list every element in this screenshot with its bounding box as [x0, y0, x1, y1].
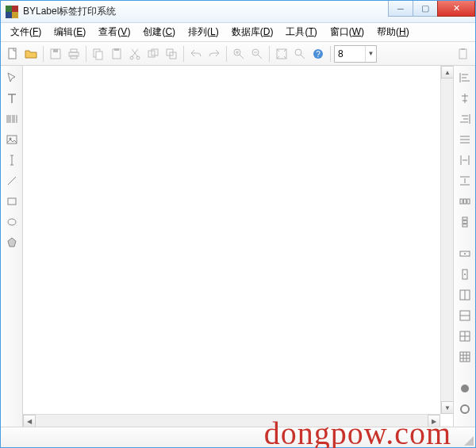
grid-3-button[interactable]	[456, 327, 474, 345]
print-button[interactable]	[65, 45, 83, 63]
dist-v-button[interactable]	[456, 172, 474, 190]
svg-rect-0	[9, 48, 16, 59]
barcode-tool[interactable]	[3, 110, 21, 128]
menubar: 文件(F) 编辑(E) 查看(V) 创建(C) 排列(L) 数据库(D) 工具(…	[1, 23, 475, 42]
menu-view[interactable]: 查看(V)	[92, 23, 136, 41]
svg-rect-24	[7, 136, 17, 144]
help-button[interactable]: ?	[309, 45, 327, 63]
svg-rect-32	[463, 221, 467, 224]
align-left-button[interactable]	[456, 69, 474, 86]
svg-point-37	[464, 274, 466, 275]
open-button[interactable]	[22, 45, 40, 63]
paste-ext-button[interactable]	[455, 45, 472, 63]
save-button[interactable]	[47, 45, 64, 63]
paste-button[interactable]	[108, 45, 125, 63]
spread-h-button[interactable]	[456, 193, 474, 210]
align-justify-button[interactable]	[456, 131, 474, 148]
svg-rect-26	[8, 198, 16, 205]
sep-icon	[330, 46, 331, 62]
menu-tools[interactable]: 工具(T)	[279, 23, 323, 41]
menu-help[interactable]: 帮助(H)	[370, 23, 416, 41]
center-v-button[interactable]	[456, 266, 474, 283]
scroll-right-icon[interactable]: ▶	[428, 415, 440, 427]
svg-rect-28	[460, 199, 463, 204]
rect-tool[interactable]	[3, 193, 21, 210]
menu-create[interactable]: 创建(C)	[136, 23, 182, 41]
vertical-scrollbar[interactable]: ▲ ▼	[440, 66, 453, 414]
zoom-spinner[interactable]: ▼	[334, 45, 377, 63]
sep-icon	[226, 46, 227, 62]
svg-rect-30	[467, 199, 470, 204]
svg-rect-9	[114, 48, 119, 51]
image-tool[interactable]	[3, 131, 21, 148]
window-title: BYLabel标签打印系统	[23, 5, 388, 18]
scroll-down-icon[interactable]: ▼	[441, 401, 453, 414]
svg-point-42	[461, 385, 469, 392]
svg-text:?: ?	[316, 50, 321, 59]
new-button[interactable]	[4, 45, 21, 63]
cut-button[interactable]	[126, 45, 144, 63]
app-window: BYLabel标签打印系统 ─ ▢ ✕ 文件(F) 编辑(E) 查看(V) 创建…	[0, 0, 476, 448]
close-button[interactable]: ✕	[437, 1, 475, 17]
undo-button[interactable]	[187, 45, 205, 63]
stroke-button[interactable]	[456, 400, 474, 418]
sep-icon	[43, 46, 44, 62]
menu-file[interactable]: 文件(F)	[4, 23, 48, 41]
minimize-button[interactable]: ─	[388, 1, 413, 17]
svg-rect-7	[96, 52, 102, 59]
chevron-down-icon[interactable]: ▼	[365, 46, 376, 62]
canvas-area[interactable]: ▲ ▼ ◀ ▶	[23, 66, 453, 427]
menu-window[interactable]: 窗口(W)	[324, 23, 370, 41]
text-tool[interactable]	[3, 90, 21, 107]
sep-icon	[86, 46, 86, 62]
left-toolbar	[1, 66, 23, 427]
copy-button[interactable]	[90, 45, 107, 63]
circle-tool[interactable]	[3, 213, 21, 231]
svg-point-35	[464, 253, 466, 255]
pointer-tool[interactable]	[3, 69, 21, 86]
main-toolbar: ? ▼	[1, 42, 475, 66]
sep-icon	[269, 46, 270, 62]
grid-4-button[interactable]	[456, 348, 474, 366]
resize-grip-icon[interactable]	[463, 435, 474, 446]
menu-database[interactable]: 数据库(D)	[225, 23, 280, 41]
maximize-button[interactable]: ▢	[413, 1, 438, 17]
scroll-up-icon[interactable]: ▲	[441, 66, 453, 78]
zoom-fit-button[interactable]	[273, 45, 290, 63]
svg-rect-31	[463, 217, 467, 220]
svg-rect-29	[463, 199, 466, 204]
align-center-button[interactable]	[456, 90, 474, 107]
copy-3-button[interactable]	[163, 45, 180, 63]
line-tool[interactable]	[3, 172, 21, 190]
sep-icon	[183, 46, 184, 62]
window-controls: ─ ▢ ✕	[388, 1, 475, 22]
statusbar: dongpow.com	[1, 427, 475, 447]
svg-rect-4	[71, 49, 77, 52]
redo-button[interactable]	[205, 45, 223, 63]
menu-edit[interactable]: 编辑(E)	[48, 23, 92, 41]
zoom-input[interactable]	[335, 48, 365, 59]
fill-button[interactable]	[456, 380, 474, 397]
workspace: ▲ ▼ ◀ ▶	[1, 66, 475, 427]
zoom-out-button[interactable]	[248, 45, 266, 63]
copy-2-button[interactable]	[144, 45, 162, 63]
grid-2-button[interactable]	[456, 307, 474, 324]
right-toolbar	[453, 66, 475, 427]
grid-1-button[interactable]	[456, 286, 474, 304]
svg-point-43	[461, 405, 469, 413]
zoom-100-button[interactable]	[291, 45, 309, 63]
svg-rect-2	[53, 49, 58, 52]
svg-point-19	[295, 49, 301, 56]
svg-rect-23	[461, 48, 465, 50]
zoom-in-button[interactable]	[230, 45, 248, 63]
align-right-button[interactable]	[456, 110, 474, 128]
polygon-tool[interactable]	[3, 234, 21, 251]
dist-h-button[interactable]	[456, 151, 474, 169]
svg-point-27	[8, 219, 16, 225]
horizontal-scrollbar[interactable]: ◀ ▶	[23, 414, 440, 427]
center-h-button[interactable]	[456, 245, 474, 262]
menu-arrange[interactable]: 排列(L)	[182, 23, 225, 41]
scroll-left-icon[interactable]: ◀	[23, 415, 36, 427]
spread-v-button[interactable]	[456, 213, 474, 231]
hline-tool[interactable]	[3, 151, 21, 169]
